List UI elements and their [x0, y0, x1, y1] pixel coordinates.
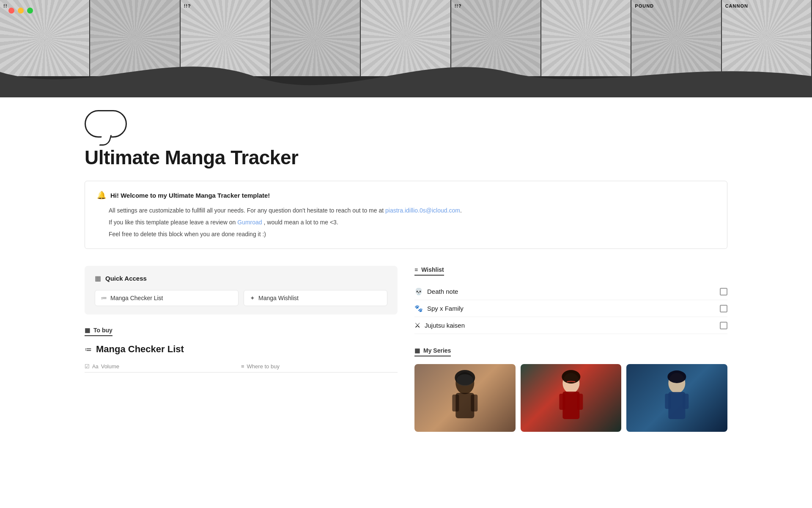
checker-list-title: Manga Checker List	[96, 344, 184, 355]
svg-rect-13	[665, 394, 671, 409]
sword-icon: ⚔	[414, 321, 420, 329]
to-buy-section: ▦ To buy ≔ Manga Checker List ☑ Aa Volum…	[85, 326, 398, 373]
list-item: 💀 Death note	[414, 283, 727, 300]
wishlist-item-left: ⚔ Jujutsu kaisen	[414, 321, 465, 329]
my-series-tab[interactable]: ▦ My Series	[414, 347, 451, 356]
welcome-body: All settings are customizable to fullfil…	[109, 206, 715, 239]
to-buy-tab[interactable]: ▦ To buy	[85, 327, 112, 336]
bell-icon: 🔔	[97, 190, 106, 200]
welcome-block: 🔔 Hi! Welcome to my Ultimate Manga Track…	[85, 181, 727, 249]
manga-checker-heading: ≔ Manga Checker List	[85, 344, 398, 355]
wishlist-section: ≡ Wishlist 💀 Death note 🐾	[414, 266, 727, 334]
email-link[interactable]: piastra.idillio.0s@icloud.com	[385, 207, 460, 214]
wishlist-items: 💀 Death note 🐾 Spy x Family	[414, 283, 727, 334]
my-series-tab-icon: ▦	[414, 347, 420, 354]
table-headers: ☑ Aa Volume ≡ Where to buy	[85, 361, 398, 373]
wishlist-tab-label: Wishlist	[421, 266, 444, 273]
quick-access-icon: ▦	[95, 274, 101, 282]
welcome-line-2: If you like this template please leave a…	[109, 218, 715, 228]
series-card[interactable]	[414, 364, 516, 432]
quick-links: ≔ Manga Checker List ✦ Manga Wishlist	[95, 290, 387, 306]
character-art-2	[521, 364, 622, 432]
to-buy-tab-label: To buy	[93, 327, 112, 334]
where-to-buy-column-header: ≡ Where to buy	[241, 363, 398, 370]
character-art-1	[414, 364, 516, 432]
volume-column-header: ☑ Aa Volume	[85, 363, 241, 370]
list-item: 🐾 Spy x Family	[414, 300, 727, 317]
wave-decoration	[0, 55, 812, 97]
to-buy-tab-icon: ▦	[85, 327, 90, 334]
left-column: ▦ Quick Access ≔ Manga Checker List ✦ Ma…	[85, 266, 398, 373]
quick-access-header: ▦ Quick Access	[95, 274, 387, 282]
manga-checker-list-link[interactable]: ≔ Manga Checker List	[95, 290, 239, 306]
wishlist-tab[interactable]: ≡ Wishlist	[414, 266, 444, 276]
series-card[interactable]	[521, 364, 622, 432]
welcome-title: Hi! Welcome to my Ultimate Manga Tracker…	[110, 192, 270, 199]
page-title: Ultimate Manga Tracker	[85, 146, 727, 169]
checker-list-icon: ≔	[85, 345, 92, 354]
svg-rect-9	[577, 394, 583, 410]
my-series-section: ▦ My Series	[414, 347, 727, 432]
wishlist-item-name: Jujutsu kaisen	[425, 322, 465, 329]
close-button[interactable]	[8, 8, 14, 14]
series-card[interactable]	[626, 364, 727, 432]
welcome-line-1: All settings are customizable to fullfil…	[109, 206, 715, 216]
sparkle-icon: ✦	[250, 295, 255, 301]
checkbox-icon: ☑	[85, 363, 90, 370]
welcome-header: 🔔 Hi! Welcome to my Ultimate Manga Track…	[97, 190, 715, 200]
manga-wishlist-label: Manga Wishlist	[258, 295, 299, 301]
wishlist-checkbox[interactable]	[720, 305, 727, 312]
wishlist-tab-icon: ≡	[414, 266, 418, 273]
banner	[0, 0, 812, 97]
svg-rect-14	[683, 394, 689, 409]
wishlist-checkbox[interactable]	[720, 322, 727, 329]
right-column: ≡ Wishlist 💀 Death note 🐾	[414, 266, 727, 432]
manga-checker-list-label: Manga Checker List	[110, 295, 163, 301]
quick-access-section: ▦ Quick Access ≔ Manga Checker List ✦ Ma…	[85, 266, 398, 315]
svg-rect-8	[559, 394, 565, 410]
skull-icon: 💀	[414, 287, 423, 295]
wishlist-item-left: 🐾 Spy x Family	[414, 304, 464, 312]
list-item: ⚔ Jujutsu kaisen	[414, 317, 727, 334]
list-icon: ≔	[101, 295, 107, 301]
main-content: Ultimate Manga Tracker 🔔 Hi! Welcome to …	[0, 110, 812, 457]
svg-point-15	[668, 370, 686, 383]
quick-access-title: Quick Access	[105, 275, 147, 282]
wishlist-item-left: 💀 Death note	[414, 287, 458, 295]
minimize-button[interactable]	[18, 8, 24, 14]
welcome-line-3: Feel free to delete this block when you …	[109, 229, 715, 240]
svg-rect-2	[452, 395, 459, 411]
lines-icon: ≡	[241, 363, 244, 370]
series-cards	[414, 364, 727, 432]
aa-prefix: Aa	[92, 364, 99, 370]
page-icon	[85, 110, 727, 138]
wishlist-item-name: Death note	[427, 288, 458, 295]
maximize-button[interactable]	[27, 8, 33, 14]
speech-bubble-icon	[85, 110, 127, 138]
two-column-layout: ▦ Quick Access ≔ Manga Checker List ✦ Ma…	[85, 266, 727, 432]
svg-rect-3	[471, 395, 477, 411]
character-art-3	[626, 364, 727, 432]
manga-wishlist-link[interactable]: ✦ Manga Wishlist	[244, 290, 387, 306]
gumroad-link[interactable]: Gumroad	[237, 219, 262, 226]
svg-point-5	[456, 374, 473, 386]
where-to-buy-label: Where to buy	[247, 363, 280, 370]
volume-label: Volume	[101, 363, 119, 370]
wishlist-item-name: Spy x Family	[427, 305, 464, 312]
traffic-lights	[8, 8, 33, 14]
my-series-tab-label: My Series	[423, 347, 451, 354]
wishlist-checkbox[interactable]	[720, 288, 727, 295]
paw-icon: 🐾	[414, 304, 423, 312]
